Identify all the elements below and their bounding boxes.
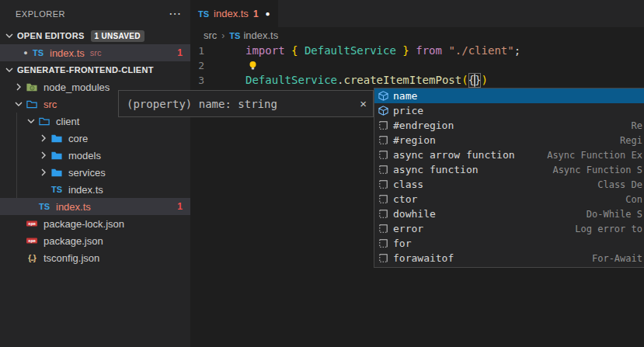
tree-item-package-lock-json[interactable]: npmpackage-lock.json	[0, 215, 190, 232]
suggest-item[interactable]: #regionRegi	[374, 133, 644, 147]
suggest-item[interactable]: forawaitofFor-Await	[374, 251, 644, 265]
lightbulb-icon	[245, 60, 259, 71]
suggest-item-label: dowhile	[393, 208, 436, 220]
code-token: import	[245, 43, 285, 58]
chevron-right-icon	[37, 166, 50, 179]
line-number: 1	[190, 43, 204, 58]
code-token: )	[481, 73, 487, 88]
unsaved-dot-icon[interactable]: ●	[20, 49, 31, 57]
explorer-sidebar: EXPLORER ⋯ OPEN EDITORS 1 UNSAVED ●TSind…	[0, 0, 190, 347]
suggest-item[interactable]: dowhileDo-While S	[374, 206, 644, 221]
suggest-item-detail: For-Await	[592, 253, 642, 264]
chevron-right-icon	[37, 149, 50, 161]
folder-icon	[50, 150, 64, 161]
suggest-item[interactable]: price	[374, 103, 644, 118]
suggest-item-label: price	[393, 105, 423, 116]
chevron-down-icon	[25, 115, 37, 127]
snippet-icon	[377, 252, 389, 264]
svg-text:npm: npm	[28, 221, 35, 227]
line-content: DefaultService.createItemItemPost({})	[204, 73, 488, 88]
problem-count-badge: 1	[177, 201, 183, 212]
tree-item-core[interactable]: core	[0, 130, 190, 147]
suggest-item[interactable]: for	[374, 236, 644, 251]
folder-open-icon	[37, 116, 51, 127]
folder-open-icon	[25, 99, 39, 110]
suggest-item[interactable]: #endregionRe	[374, 118, 644, 133]
suggest-item[interactable]: ctorCon	[374, 192, 644, 206]
close-icon[interactable]: ×	[360, 98, 367, 109]
suggest-item-detail: Do-While S	[587, 209, 642, 220]
open-editor-item[interactable]: ●TSindex.tssrc1	[0, 44, 190, 61]
line-content: import { DefaultService } from "./client…	[204, 43, 520, 58]
field-icon	[377, 105, 389, 116]
unsaved-dot-icon[interactable]: ●	[266, 9, 270, 18]
code-token: }	[475, 73, 481, 88]
line-content	[204, 58, 257, 73]
chevron-right-icon	[12, 81, 25, 93]
chevron-right-icon	[12, 81, 26, 93]
folder-icon	[50, 133, 64, 144]
code-token	[409, 43, 416, 58]
suggest-item-detail: Con	[625, 194, 642, 205]
lightbulb-icon[interactable]	[245, 60, 257, 71]
folder-icon	[50, 167, 64, 179]
more-actions-icon[interactable]: ⋯	[169, 10, 181, 18]
suggest-item-detail: Regi	[620, 135, 642, 146]
snippet-icon	[377, 223, 389, 234]
chevron-right-icon	[37, 132, 50, 144]
tree-item-package-json[interactable]: npmpackage.json	[0, 232, 190, 249]
breadcrumb-folder[interactable]: src	[204, 29, 217, 41]
tree-item-models[interactable]: models	[0, 147, 190, 164]
suggest-item[interactable]: classClass De	[374, 177, 644, 192]
suggest-item-label: name	[393, 90, 417, 102]
snippet-icon	[377, 193, 389, 205]
folder-npm-icon	[25, 82, 39, 93]
tree-item-services[interactable]: services	[0, 164, 190, 181]
snippet-icon	[377, 179, 389, 190]
suggest-item[interactable]: name	[374, 88, 644, 103]
tree-item-label: index.ts	[68, 184, 103, 196]
project-section-header[interactable]: GENERATE-FRONTEND-CLIENT	[0, 61, 190, 78]
code-token: (	[461, 73, 468, 88]
tab-index-ts[interactable]: TS index.ts 1 ●	[190, 0, 278, 27]
suggest-item-label: forawaitof	[393, 252, 454, 264]
suggest-item[interactable]: async functionAsync Function S	[374, 162, 644, 177]
chevron-right-icon	[37, 149, 50, 161]
tree-item-tsconfig-json[interactable]: {..}tsconfig.json	[0, 249, 190, 266]
code-editor[interactable]: 1import { DefaultService } from "./clien…	[190, 43, 644, 88]
code-line[interactable]: 1import { DefaultService } from "./clien…	[190, 43, 644, 58]
code-token: createItemItemPost	[343, 73, 461, 88]
snippet-icon	[377, 238, 389, 249]
tree-item-index-ts[interactable]: TSindex.ts	[0, 181, 190, 198]
tree-item-label: package.json	[44, 235, 103, 247]
tree-item-index-ts[interactable]: TSindex.ts1	[0, 198, 190, 215]
tree-item-label: package-lock.json	[44, 218, 124, 230]
tree-item-label: src	[44, 99, 57, 110]
tree-item-label: core	[68, 133, 88, 144]
tree-item-label: index.ts	[56, 201, 91, 213]
field-icon	[377, 90, 389, 102]
intellisense-suggest-widget: nameprice#endregionRe#regionRegiasync ar…	[374, 88, 644, 268]
chevron-down-icon	[12, 98, 26, 110]
suggest-item[interactable]: async arrow functionAsync Function Ex	[374, 147, 644, 162]
code-line[interactable]: 3DefaultService.createItemItemPost({})	[190, 73, 644, 88]
tooltip-text: (property) name: string	[127, 98, 277, 110]
tab-file-label: index.ts	[214, 8, 249, 19]
typescript-file-icon: TS	[229, 31, 240, 40]
suggest-item[interactable]: errorLog error to	[374, 221, 644, 236]
suggest-item-label: async function	[393, 164, 479, 175]
suggest-item-label: ctor	[393, 193, 417, 205]
suggest-item-label: for	[393, 238, 411, 249]
breadcrumb-file[interactable]: TS index.ts	[229, 29, 278, 41]
suggest-item-label: async arrow function	[393, 149, 515, 161]
open-editors-list: ●TSindex.tssrc1	[0, 44, 190, 61]
code-line[interactable]: 2	[190, 58, 644, 73]
unsaved-badge: 1 UNSAVED	[91, 30, 144, 42]
suggest-item-detail: Async Function S	[552, 165, 642, 175]
chevron-down-icon	[3, 29, 16, 42]
suggest-item-label: #endregion	[393, 120, 454, 131]
code-token: DefaultService	[305, 43, 396, 58]
open-editors-section-header[interactable]: OPEN EDITORS 1 UNSAVED	[0, 27, 190, 44]
chevron-down-icon	[3, 64, 16, 76]
tree-item-label: node_modules	[44, 82, 110, 93]
